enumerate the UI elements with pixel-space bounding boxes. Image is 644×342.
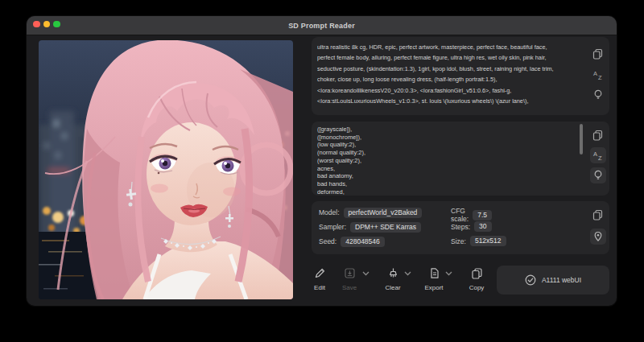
- steps-value: 30: [474, 221, 491, 232]
- app-window: SD Prompt Reader: [27, 16, 617, 306]
- pencil-icon: [314, 267, 326, 279]
- sampler-value: DPM++ SDE Karras: [350, 222, 421, 233]
- broom-icon: [387, 267, 399, 279]
- copy-positive-button[interactable]: [592, 48, 603, 60]
- titlebar[interactable]: SD Prompt Reader: [27, 16, 617, 35]
- svg-text:A: A: [593, 70, 597, 77]
- pin-settings-button[interactable]: [590, 229, 606, 245]
- sort-az-icon: A Z: [592, 69, 604, 80]
- copy-settings-button[interactable]: [592, 209, 603, 220]
- format-badge[interactable]: A1111 webUI: [497, 266, 609, 295]
- seed-label: Seed:: [319, 237, 336, 245]
- negative-scrollbar[interactable]: [580, 124, 583, 155]
- export-chevron-down-icon[interactable]: [445, 271, 452, 276]
- save-icon: [344, 267, 356, 279]
- raw-positive-button[interactable]: [593, 89, 603, 101]
- seed-value: 428048546: [341, 237, 385, 247]
- size-label: Size:: [451, 237, 466, 245]
- cfg-value: 7.5: [473, 210, 492, 220]
- size-value: 512x512: [470, 236, 506, 246]
- edit-button[interactable]: Edit: [308, 267, 331, 291]
- save-button[interactable]: Save: [338, 267, 361, 291]
- close-button[interactable]: [33, 21, 40, 28]
- svg-text:A: A: [593, 150, 597, 158]
- lightbulb-icon: [593, 170, 603, 181]
- cfg-label: CFG scale:: [451, 207, 469, 223]
- positive-prompt-text[interactable]: ultra realistic 8k cg, HDR, epic, perfec…: [317, 42, 591, 106]
- lightbulb-icon: [593, 89, 603, 101]
- sampler-label: Sampler:: [319, 223, 346, 231]
- copy-icon: [592, 209, 603, 220]
- window-title: SD Prompt Reader: [288, 22, 355, 30]
- copy-all-button[interactable]: Copy: [465, 267, 488, 291]
- zoom-button[interactable]: [53, 21, 60, 28]
- steps-label: Steps:: [451, 223, 470, 231]
- sort-negative-button[interactable]: A Z: [590, 147, 606, 163]
- format-badge-label: A1111 webUI: [542, 276, 581, 284]
- copy-negative-button[interactable]: [592, 130, 603, 141]
- pin-icon: [593, 231, 603, 242]
- negative-prompt-panel[interactable]: ([grayscale]), ([monochrome]), (low qual…: [312, 122, 609, 196]
- image-preview: [39, 40, 293, 299]
- model-value: perfectWorld_v2Baked: [344, 208, 423, 218]
- check-circle-icon: [525, 274, 536, 286]
- minimize-button[interactable]: [43, 21, 51, 28]
- anime-girl-image: [39, 40, 293, 299]
- document-icon: [428, 267, 440, 279]
- svg-text:Z: Z: [598, 74, 602, 80]
- copy-icon: [592, 48, 603, 60]
- export-button[interactable]: Export: [423, 267, 445, 291]
- clear-button[interactable]: Clear: [382, 267, 404, 291]
- save-chevron-down-icon[interactable]: [362, 271, 369, 276]
- settings-panel: Model: perfectWorld_v2Baked CFG scale: 7…: [312, 201, 609, 254]
- clear-chevron-down-icon[interactable]: [404, 271, 411, 276]
- positive-prompt-panel[interactable]: ultra realistic 8k cg, HDR, epic, perfec…: [312, 37, 609, 115]
- copy-icon: [471, 267, 483, 279]
- sort-positive-button[interactable]: A Z: [592, 69, 604, 80]
- negative-prompt-text[interactable]: ([grayscale]), ([monochrome]), (low qual…: [317, 126, 591, 196]
- copy-icon: [592, 130, 603, 141]
- sort-az-icon: A Z: [592, 150, 604, 161]
- svg-text:Z: Z: [598, 155, 602, 161]
- raw-negative-button[interactable]: [590, 167, 606, 183]
- model-label: Model:: [319, 208, 340, 216]
